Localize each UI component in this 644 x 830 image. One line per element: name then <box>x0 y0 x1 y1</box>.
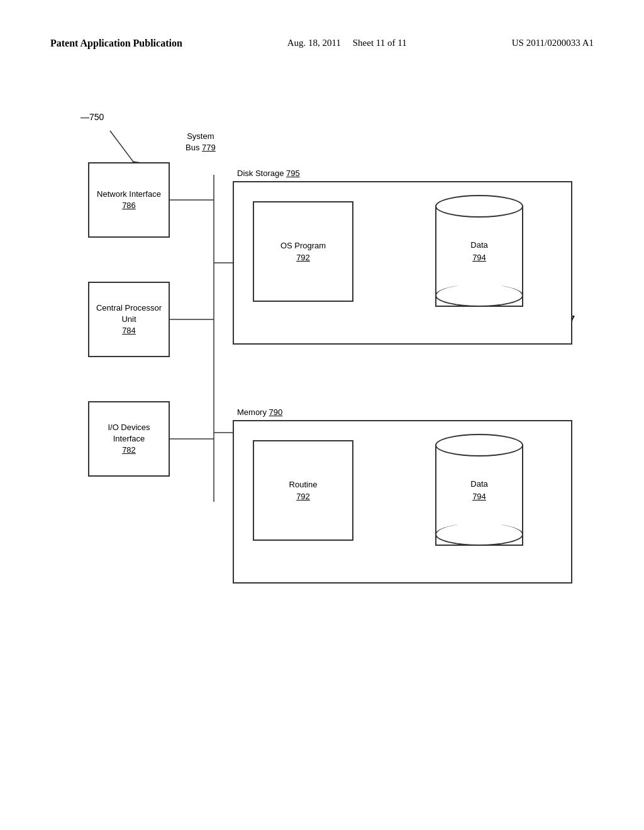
publication-label: Patent Application Publication <box>50 38 182 49</box>
date-sheet-label: Aug. 18, 2011 Sheet 11 of 11 <box>287 38 407 48</box>
date-label: Aug. 18, 2011 <box>287 38 341 48</box>
os-program-box: OS Program792 <box>253 201 353 302</box>
os-program-label: OS Program792 <box>280 240 326 264</box>
ref-750-label: —750 <box>80 112 104 122</box>
disk-data-label: Data794 <box>435 239 523 263</box>
figure-container: —750 Network Interface786 Central Proces… <box>75 112 591 709</box>
disk-storage-box: Disk Storage 795 OS Program792 <box>233 181 572 345</box>
sheet-label: Sheet 11 of 11 <box>353 38 407 48</box>
routine-box: Routine792 <box>253 440 353 541</box>
memory-data-cylinder: Data794 <box>435 434 523 547</box>
memory-label: Memory 790 <box>237 407 282 417</box>
page: Patent Application Publication Aug. 18, … <box>0 0 644 830</box>
cpu-box: Central ProcessorUnit784 <box>88 282 170 357</box>
io-box: I/O DevicesInterface782 <box>88 401 170 477</box>
patent-number-label: US 2011/0200033 A1 <box>512 38 594 48</box>
disk-storage-data-cylinder: Data794 <box>435 195 523 308</box>
diagram-area: FIG. 7 <box>50 74 594 766</box>
network-interface-label: Network Interface786 <box>97 189 161 211</box>
memory-data-label: Data794 <box>435 478 523 502</box>
system-bus-label: SystemBus 779 <box>186 131 216 153</box>
network-interface-box: Network Interface786 <box>88 162 170 238</box>
cpu-label: Central ProcessorUnit784 <box>96 302 162 337</box>
memory-box: Memory 790 Routine792 <box>233 420 572 584</box>
page-header: Patent Application Publication Aug. 18, … <box>50 38 594 49</box>
io-label: I/O DevicesInterface782 <box>108 422 150 456</box>
routine-label: Routine792 <box>289 479 318 503</box>
disk-storage-label: Disk Storage 795 <box>237 169 300 178</box>
